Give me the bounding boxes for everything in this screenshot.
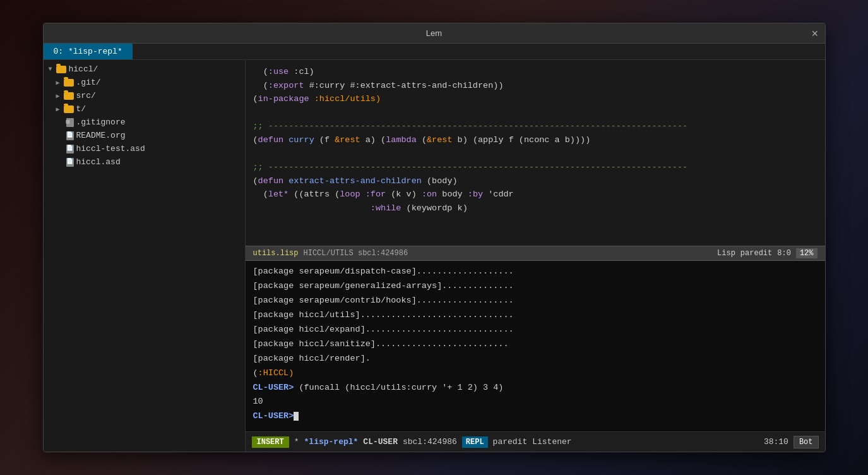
sbcl-label: sbcl:424986 [403, 437, 457, 447]
repl-line-6: [package hiccl/sanitize]................… [253, 337, 817, 352]
code-line-6: (defun curry (f &rest a) (lambda (&rest … [253, 133, 817, 147]
code-line-4 [253, 106, 817, 120]
main-content: ▼ hiccl/ ▶ .git/ ▶ src/ ▶ t/ ▤ .giti [44, 60, 825, 452]
folder-icon [64, 79, 74, 87]
repl-line-8: (:HICCL) [253, 366, 817, 381]
star-label: * [294, 437, 299, 447]
tab-lisp-repl[interactable]: 0: *lisp-repl* [44, 44, 133, 59]
bot-badge: Bot [794, 436, 819, 448]
code-editor[interactable]: (:use :cl) (:export #:curry #:extract-at… [246, 60, 825, 246]
code-line-1: (:use :cl) [253, 65, 817, 79]
code-line-8: ;; -------------------------------------… [253, 160, 817, 174]
code-line-2: (:export #:curry #:extract-attrs-and-chi… [253, 79, 817, 93]
sidebar-item-t[interactable]: ▶ t/ [44, 102, 245, 116]
repl-line-10: 10 [253, 395, 817, 409]
user-label: CL-USER [363, 437, 398, 447]
code-line-9: (defun extract-attrs-and-children (body) [253, 174, 817, 188]
repl-badge: REPL [462, 436, 488, 448]
chevron-right-icon: ▶ [56, 79, 60, 87]
sidebar-item-hiccl-asd[interactable]: 📄 hiccl.asd [44, 155, 245, 169]
file-icon: 📄 [66, 158, 74, 167]
sidebar-item-src[interactable]: ▶ src/ [44, 89, 245, 102]
repl-line-3: [package serapeum/contrib/hooks]........… [253, 294, 817, 308]
status-path: HICCL/UTILS sbcl:424986 [304, 249, 408, 258]
folder-icon [64, 105, 74, 113]
insert-badge: INSERT [252, 436, 289, 448]
lem-window: Lem ✕ 0: *lisp-repl* ▼ hiccl/ ▶ .git/ ▶ [43, 23, 826, 452]
folder-icon [64, 92, 74, 100]
sidebar-item-git[interactable]: ▶ .git/ [44, 76, 245, 89]
code-line-3: (in-package :hiccl/utils) [253, 92, 817, 106]
file-icon: 📄 [66, 131, 74, 140]
sidebar: ▼ hiccl/ ▶ .git/ ▶ src/ ▶ t/ ▤ .giti [44, 60, 246, 452]
repl-line-11: CL-USER> [253, 409, 817, 424]
sidebar-item-readme[interactable]: 📄 README.org [44, 129, 245, 142]
code-line-11: :while (keywordp k) [253, 201, 817, 215]
sidebar-item-gitignore[interactable]: ▤ .gitignore [44, 116, 245, 129]
repl-line-2: [package serapeum/generalized-arrays]...… [253, 279, 817, 294]
status-pos: 8:0 [777, 249, 791, 258]
tab-bar: 0: *lisp-repl* [44, 44, 825, 60]
repl-status-bar: INSERT * *lisp-repl* CL-USER sbcl:424986… [246, 431, 825, 452]
repl-line-9: CL-USER> (funcall (hiccl/utils:curry '+ … [253, 381, 817, 395]
chevron-right-icon: ▶ [56, 105, 60, 113]
status-pct: 12% [796, 248, 817, 258]
file-icon: ▤ [66, 118, 74, 127]
listener-label: Listener [532, 437, 571, 447]
status-lang: Lisp [717, 249, 735, 258]
chevron-right-icon: ▶ [56, 92, 60, 100]
status-mode: paredit [740, 249, 772, 258]
code-line-7 [253, 147, 817, 161]
close-button[interactable]: ✕ [811, 28, 819, 39]
cursor [294, 412, 299, 421]
status-filename: utils.lisp [253, 249, 299, 258]
code-line-5: ;; -------------------------------------… [253, 119, 817, 133]
window-title: Lem [426, 28, 442, 38]
repl-area[interactable]: [package serapeum/dispatch-case]........… [246, 261, 825, 431]
sidebar-root-folder[interactable]: ▼ hiccl/ [44, 63, 245, 76]
repl-line-1: [package serapeum/dispatch-case]........… [253, 265, 817, 279]
repl-line-4: [package hiccl/utils]...................… [253, 308, 817, 323]
repl-line-5: [package hiccl/expand]..................… [253, 323, 817, 337]
chevron-down-icon: ▼ [49, 66, 52, 73]
sidebar-item-hiccl-test[interactable]: 📄 hiccl-test.asd [44, 142, 245, 155]
pos-label: 38:10 [764, 437, 788, 447]
repl-line-7: [package hiccl/render]. [253, 352, 817, 366]
file-icon: 📄 [66, 145, 74, 153]
editor-area: (:use :cl) (:export #:curry #:extract-at… [246, 60, 825, 452]
folder-icon [56, 66, 66, 73]
editor-status-bar: utils.lisp HICCL/UTILS sbcl:424986 Lisp … [246, 246, 825, 261]
code-line-10: (let* ((attrs (loop :for (k v) :on body … [253, 188, 817, 201]
mode-label: paredit [493, 437, 528, 447]
title-bar: Lem ✕ [44, 23, 825, 44]
buffer-name: *lisp-repl* [304, 437, 359, 447]
